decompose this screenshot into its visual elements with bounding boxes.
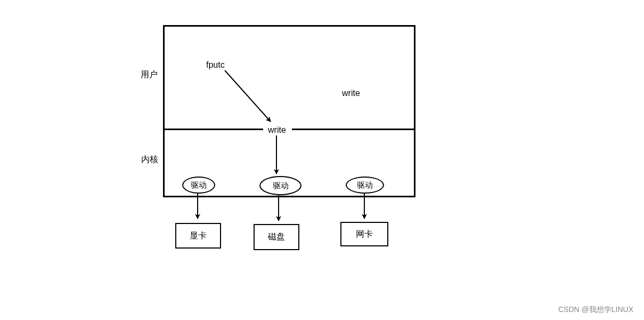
nic-label: 网卡: [356, 229, 373, 240]
gpu-label: 显卡: [190, 230, 207, 242]
disk-box: 磁盘: [254, 224, 299, 250]
arrow-driver3-to-nic: [0, 0, 644, 320]
gpu-box: 显卡: [175, 223, 221, 249]
disk-label: 磁盘: [268, 231, 285, 243]
watermark: CSDN @我想学LINUX: [558, 305, 633, 315]
nic-box: 网卡: [340, 222, 388, 246]
